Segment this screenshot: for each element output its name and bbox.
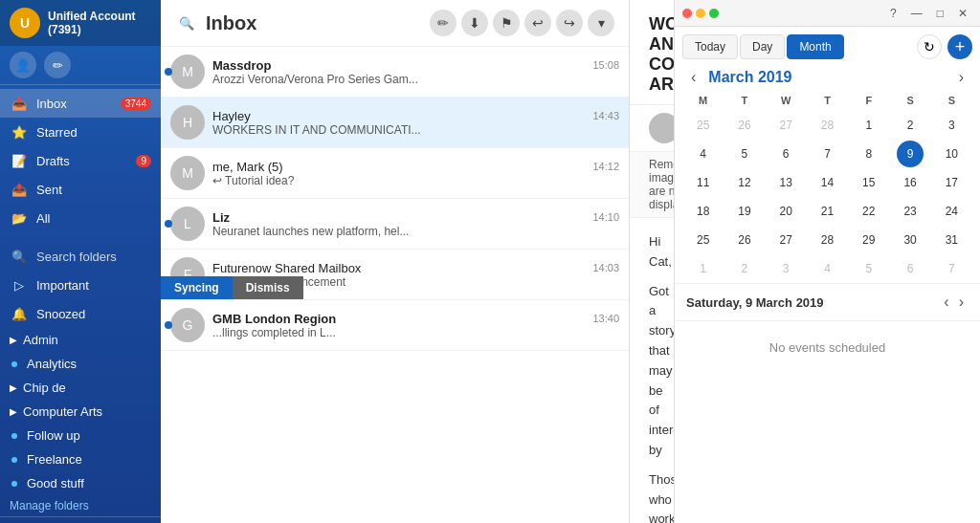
calendar-day[interactable]: 31 [938,227,965,253]
calendar-day[interactable]: 7 [813,141,840,167]
sidebar-folder-freelance[interactable]: Freelance [0,447,161,471]
calendar-day[interactable]: 4 [813,255,840,282]
sidebar-folder-admin[interactable]: ▶ Admin [0,328,161,352]
follow-up-label: Follow up [27,428,80,443]
next-day-button[interactable]: › [954,292,969,313]
calendar-day[interactable]: 16 [897,169,924,196]
calendar-day[interactable]: 17 [938,169,965,196]
sender-avatar [649,113,674,143]
close-button[interactable]: ✕ [953,5,972,22]
add-event-button[interactable]: + [947,34,972,59]
calendar-day[interactable]: 2 [731,255,758,282]
calendar-day[interactable]: 3 [772,255,799,282]
calendar-day[interactable]: 2 [897,112,924,139]
minimize-button[interactable]: — [906,5,927,22]
sidebar-folder-good-stuff[interactable]: Good stuff [0,471,161,495]
search-icon[interactable]: 🔍 [175,11,198,34]
sidebar-folder-chip-de[interactable]: ▶ Chip de [0,376,161,400]
calendar-day[interactable]: 26 [731,227,758,253]
calendar-day[interactable]: 4 [690,141,717,167]
sidebar-folder-important[interactable]: ▷ Important [0,271,161,299]
calendar-day[interactable]: 28 [813,112,840,139]
question-button[interactable]: ? [885,5,902,22]
calendar-day[interactable]: 25 [690,227,717,253]
tab-month[interactable]: Month [787,34,843,59]
refresh-button[interactable]: ↻ [917,34,942,59]
more-button[interactable]: ▾ [588,10,614,36]
dismiss-button[interactable]: Dismiss [233,276,303,299]
calendar-day[interactable]: 15 [856,169,882,196]
tab-today[interactable]: Today [682,34,738,59]
next-month-button[interactable]: › [954,67,969,88]
forward-button[interactable]: ↪ [556,10,583,36]
tab-day[interactable]: Day [740,34,785,59]
restore-button[interactable]: □ [932,5,948,22]
calendar-day[interactable]: 10 [938,141,965,167]
sidebar-folder-analytics[interactable]: Analytics [0,352,161,376]
calendar-day[interactable]: 28 [813,227,840,253]
calendar-day[interactable]: 8 [856,141,882,167]
calendar-day[interactable]: 29 [856,227,882,253]
email-row[interactable]: H Hayley 14:43 WORKERS IN IT AND COMMUNI… [161,98,629,148]
calendar-month-header: ‹ March 2019 › [675,63,980,92]
reply-button[interactable]: ↩ [524,10,551,36]
calendar-day-today[interactable]: 9 [897,141,924,167]
calendar-day[interactable]: 14 [813,169,840,196]
sidebar-item-drafts[interactable]: 📝 Drafts 9 [0,146,161,175]
download-button[interactable]: ⬇ [461,10,488,36]
sidebar-item-sent[interactable]: 📤 Sent [0,175,161,204]
calendar-day[interactable]: 23 [897,198,924,225]
people-icon[interactable]: 👤 [10,52,36,78]
email-row[interactable]: G GMB London Region 13:40 ...llings comp… [161,300,629,351]
calendar-day[interactable]: 22 [856,198,882,225]
sidebar-folder-follow-up[interactable]: Follow up [0,424,161,447]
manage-folders-link[interactable]: Manage folders [0,495,161,516]
calendar-day[interactable]: 1 [856,112,882,139]
close-dot[interactable] [682,9,692,18]
calendar-day[interactable]: 18 [690,198,717,225]
calendar-day[interactable]: 7 [938,255,965,282]
minimize-dot[interactable] [696,9,705,18]
flag-button[interactable]: ⚑ [493,10,520,36]
calendar-day[interactable]: 24 [938,198,965,225]
contacts-link[interactable]: Contacts [0,517,161,523]
sidebar-item-starred[interactable]: ⭐ Starred [0,118,161,146]
syncing-button[interactable]: Syncing [161,276,233,299]
calendar-day[interactable]: 6 [772,141,799,167]
chip-de-label: Chip de [23,381,66,395]
calendar-day[interactable]: 6 [897,255,924,282]
email-row[interactable]: F Futurenow Shared Mailbox 14:03 IT Supp… [161,250,629,300]
maximize-dot[interactable] [709,9,719,18]
compose-button[interactable]: ✏ [430,10,457,36]
sidebar-folder-snoozed[interactable]: 🔔 Snoozed [0,299,161,328]
calendar-day[interactable]: 27 [772,227,799,253]
email-row[interactable]: M me, Mark (5) 14:12 ↩ Tutorial idea? [161,148,629,199]
email-row[interactable]: L Liz 14:10 Neuranet launches new platfo… [161,199,629,250]
email-view: WORKERS IN IT AND COMMUNICATIONS ARE SOM… [630,0,674,523]
sidebar-folder-computer-arts[interactable]: ▶ Computer Arts [0,400,161,424]
search-folders-item[interactable]: 🔍 Search folders [0,242,161,271]
sidebar-item-all[interactable]: 📂 All [0,204,161,232]
prev-month-button[interactable]: ‹ [686,67,701,88]
calendar-day[interactable]: 1 [690,255,717,282]
calendar-day[interactable]: 30 [897,227,924,253]
all-label: All [36,211,50,226]
sidebar-item-inbox[interactable]: 📥 Inbox 3744 [0,89,161,118]
calendar-day[interactable]: 27 [772,112,799,139]
calendar-day[interactable]: 20 [772,198,799,225]
email-row[interactable]: M Massdrop 15:08 Arozzi Verona/Verona Pr… [161,47,629,98]
calendar-day[interactable]: 11 [690,169,717,196]
compose-icon[interactable]: ✏ [44,52,71,78]
calendar-day[interactable]: 26 [731,112,758,139]
calendar-day[interactable]: 25 [690,112,717,139]
calendar-day[interactable]: 3 [938,112,965,139]
calendar-day[interactable]: 12 [731,169,758,196]
calendar-day[interactable]: 13 [772,169,799,196]
calendar-panel: ? — □ ✕ Today Day Month ↻ + ‹ March 2019… [674,0,980,523]
calendar-day[interactable]: 21 [813,198,840,225]
calendar-day[interactable]: 5 [731,141,758,167]
no-events-message: No events scheduled [675,321,980,374]
prev-day-button[interactable]: ‹ [939,292,953,313]
calendar-day[interactable]: 19 [731,198,758,225]
calendar-day[interactable]: 5 [856,255,882,282]
